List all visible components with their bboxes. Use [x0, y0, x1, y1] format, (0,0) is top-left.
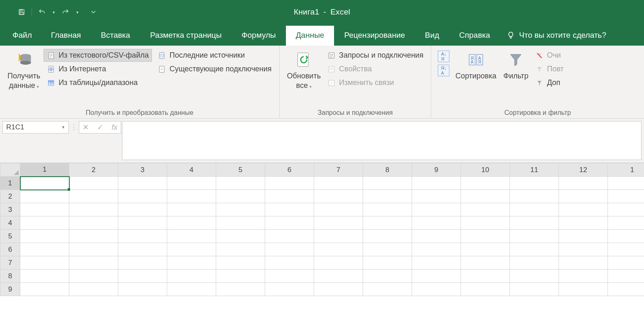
cell[interactable]	[216, 190, 265, 203]
cell[interactable]	[608, 270, 644, 283]
cell[interactable]	[363, 230, 412, 243]
cell[interactable]	[363, 270, 412, 283]
row-header[interactable]: 2	[0, 190, 20, 203]
cell[interactable]	[20, 216, 69, 230]
row-header[interactable]: 8	[0, 270, 20, 283]
row-header[interactable]: 4	[0, 216, 20, 230]
cell[interactable]	[167, 283, 216, 296]
cell[interactable]	[559, 230, 608, 243]
column-header[interactable]: 1	[20, 163, 69, 177]
cell[interactable]	[265, 230, 314, 243]
cell[interactable]	[20, 243, 69, 256]
cell[interactable]	[608, 203, 644, 216]
row-header[interactable]: 5	[0, 230, 20, 243]
cell[interactable]	[412, 203, 461, 216]
cell[interactable]	[510, 243, 559, 256]
tab-file[interactable]: Файл	[3, 26, 41, 46]
cell[interactable]	[363, 190, 412, 203]
advanced-filter-button[interactable]: Доп	[532, 76, 567, 89]
cell[interactable]	[69, 203, 118, 216]
cell[interactable]	[167, 230, 216, 243]
spreadsheet-grid[interactable]: 1234567891011121123456789	[0, 163, 644, 296]
cell[interactable]	[69, 216, 118, 230]
cell[interactable]	[265, 190, 314, 203]
cell[interactable]	[314, 243, 363, 256]
cell[interactable]	[461, 243, 510, 256]
cell[interactable]	[510, 283, 559, 296]
cell[interactable]	[314, 190, 363, 203]
cell[interactable]	[461, 283, 510, 296]
name-box-dropdown[interactable]: ▼	[61, 125, 65, 129]
cell[interactable]	[412, 177, 461, 190]
cell[interactable]	[559, 283, 608, 296]
tab-review[interactable]: Рецензирование	[334, 26, 415, 46]
cell[interactable]	[265, 177, 314, 190]
cell[interactable]	[20, 270, 69, 283]
cell[interactable]	[510, 190, 559, 203]
cell[interactable]	[608, 243, 644, 256]
cell[interactable]	[608, 177, 644, 190]
cell[interactable]	[559, 256, 608, 270]
cell[interactable]	[461, 190, 510, 203]
sort-button[interactable]: ЯААЯ Сортировка	[452, 48, 500, 81]
cell[interactable]	[20, 190, 69, 203]
cancel-formula-button[interactable]: ✕	[83, 123, 89, 132]
cell[interactable]	[216, 230, 265, 243]
formula-bar-resize[interactable]: ⋮	[70, 121, 78, 134]
cell[interactable]	[510, 270, 559, 283]
column-header[interactable]: 8	[363, 163, 412, 177]
row-header[interactable]: 7	[0, 256, 20, 270]
cell[interactable]	[461, 256, 510, 270]
refresh-all-button[interactable]: Обновить все▾	[284, 48, 324, 90]
cell[interactable]	[216, 216, 265, 230]
cell[interactable]	[412, 270, 461, 283]
cell[interactable]	[363, 216, 412, 230]
column-header[interactable]: 5	[216, 163, 265, 177]
cell[interactable]	[118, 203, 167, 216]
name-box[interactable]: R1C1 ▼	[2, 121, 69, 134]
cell[interactable]	[20, 203, 69, 216]
cell[interactable]	[461, 203, 510, 216]
save-button[interactable]	[15, 5, 28, 19]
column-header[interactable]: 3	[118, 163, 167, 177]
column-header[interactable]: 10	[461, 163, 510, 177]
tab-help[interactable]: Справка	[449, 26, 500, 46]
cell[interactable]	[69, 270, 118, 283]
cell[interactable]	[216, 203, 265, 216]
from-text-csv-button[interactable]: Из текстового/CSV-файла	[44, 49, 152, 62]
cell[interactable]	[118, 270, 167, 283]
cell[interactable]	[559, 216, 608, 230]
tab-insert[interactable]: Вставка	[91, 26, 140, 46]
from-table-range-button[interactable]: Из таблицы/диапазона	[44, 76, 152, 89]
cell[interactable]	[20, 256, 69, 270]
tab-page-layout[interactable]: Разметка страницы	[140, 26, 232, 46]
cell[interactable]	[412, 256, 461, 270]
row-header[interactable]: 6	[0, 243, 20, 256]
from-web-button[interactable]: Из Интернета	[44, 63, 152, 75]
row-header[interactable]: 9	[0, 283, 20, 296]
cell[interactable]	[118, 283, 167, 296]
cell[interactable]	[265, 283, 314, 296]
cell[interactable]	[510, 256, 559, 270]
cell[interactable]	[167, 177, 216, 190]
cell[interactable]	[69, 256, 118, 270]
cell[interactable]	[118, 216, 167, 230]
undo-button[interactable]	[35, 5, 49, 19]
cell[interactable]	[412, 230, 461, 243]
cell[interactable]	[510, 230, 559, 243]
cell[interactable]	[69, 243, 118, 256]
cell[interactable]	[314, 256, 363, 270]
cell[interactable]	[314, 270, 363, 283]
cell[interactable]	[314, 216, 363, 230]
cell[interactable]	[118, 256, 167, 270]
cell[interactable]	[461, 270, 510, 283]
cell[interactable]	[167, 216, 216, 230]
cell[interactable]	[412, 190, 461, 203]
row-header[interactable]: 1	[0, 177, 20, 190]
filter-button[interactable]: Фильтр	[500, 48, 532, 81]
cell[interactable]	[167, 190, 216, 203]
cell[interactable]	[216, 283, 265, 296]
row-header[interactable]: 3	[0, 203, 20, 216]
column-header[interactable]: 6	[265, 163, 314, 177]
column-header[interactable]: 11	[510, 163, 559, 177]
